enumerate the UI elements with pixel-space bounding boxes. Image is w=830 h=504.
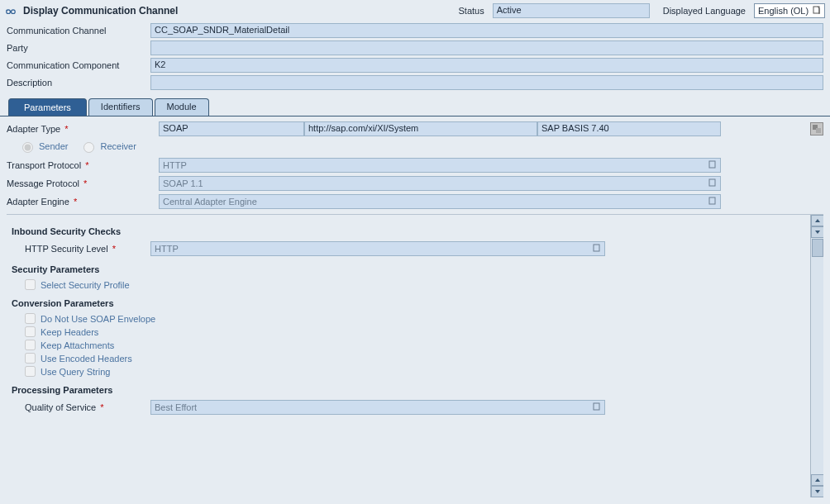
page-title: Display Communication Channel — [23, 5, 178, 17]
http-security-row: HTTP Security Level * HTTP — [12, 241, 802, 256]
direction-radio-group: Sender Receiver — [7, 140, 823, 153]
adapter-type-value: SOAP — [159, 121, 304, 136]
tab-parameters[interactable]: Parameters — [8, 98, 87, 116]
scroll-down-button[interactable] — [811, 486, 823, 497]
security-parameters-heading: Security Parameters — [12, 264, 802, 274]
adapter-engine-label: Adapter Engine — [7, 197, 69, 207]
adapter-engine-dropdown[interactable]: Central Adapter Engine — [159, 194, 721, 209]
chevron-down-icon — [593, 402, 601, 412]
svg-rect-6 — [709, 179, 715, 186]
http-security-label: HTTP Security Level — [25, 244, 108, 254]
glasses-icon — [5, 5, 18, 17]
adapter-namespace: http://sap.com/xi/XI/System — [304, 121, 537, 136]
channel-label: Communication Channel — [7, 23, 145, 38]
http-security-dropdown[interactable]: HTTP — [150, 241, 605, 256]
select-security-profile-checkbox[interactable]: Select Security Profile — [12, 279, 802, 290]
value-help-icon[interactable] — [810, 122, 823, 136]
svg-rect-4 — [816, 128, 821, 133]
message-protocol-dropdown[interactable]: SOAP 1.1 — [159, 176, 721, 191]
svg-rect-8 — [594, 245, 599, 251]
qos-dropdown[interactable]: Best Effort — [150, 400, 605, 415]
tab-module[interactable]: Module — [155, 98, 209, 116]
use-encoded-headers-checkbox[interactable]: Use Encoded Headers — [25, 353, 802, 364]
svg-rect-5 — [709, 161, 715, 168]
receiver-radio[interactable]: Receiver — [79, 140, 136, 153]
adapter-type-row: Adapter Type * SOAP http://sap.com/xi/XI… — [7, 121, 823, 136]
component-value: K2 — [150, 58, 823, 73]
scroll-down-button[interactable] — [811, 226, 823, 238]
party-value — [150, 40, 823, 55]
adapter-engine-row: Adapter Engine * Central Adapter Engine — [7, 194, 823, 209]
chevron-down-icon — [708, 160, 717, 170]
vertical-scrollbar[interactable] — [810, 215, 823, 497]
chevron-down-icon — [708, 197, 717, 207]
language-dropdown[interactable]: English (OL) — [754, 3, 825, 18]
status-label: Status — [459, 6, 484, 16]
title-bar: Display Communication Channel Status Act… — [0, 0, 830, 21]
channel-value: CC_SOAP_SNDR_MaterialDetail — [150, 23, 823, 38]
party-label: Party — [7, 40, 145, 55]
qos-row: Quality of Service * Best Effort — [12, 400, 802, 415]
processing-parameters-heading: Processing Parameters — [12, 385, 802, 395]
message-protocol-label: Message Protocol — [7, 178, 79, 188]
message-protocol-row: Message Protocol * SOAP 1.1 — [7, 176, 823, 191]
no-soap-envelope-checkbox[interactable]: Do Not Use SOAP Envelope — [25, 313, 802, 324]
qos-label: Quality of Service — [25, 402, 96, 412]
status-value: Active — [493, 3, 650, 18]
svg-rect-7 — [709, 197, 715, 204]
keep-headers-checkbox[interactable]: Keep Headers — [25, 326, 802, 337]
inbound-security-heading: Inbound Security Checks — [12, 226, 802, 236]
svg-rect-9 — [594, 403, 599, 410]
keep-attachments-checkbox[interactable]: Keep Attachments — [25, 340, 802, 350]
chevron-down-icon — [708, 178, 717, 188]
conversion-parameters-heading: Conversion Parameters — [12, 298, 802, 308]
description-value — [150, 75, 823, 90]
language-label: Displayed Language — [663, 6, 746, 16]
adapter-type-label: Adapter Type — [7, 124, 60, 134]
transport-protocol-label: Transport Protocol — [7, 160, 81, 170]
transport-protocol-row: Transport Protocol * HTTP — [7, 158, 823, 173]
scroll-up-button[interactable] — [811, 215, 823, 226]
component-label: Communication Component — [7, 58, 145, 73]
header-fields: Communication Channel CC_SOAP_SNDR_Mater… — [0, 21, 830, 98]
required-marker: * — [62, 124, 68, 134]
parameters-scroll-area: Inbound Security Checks HTTP Security Le… — [7, 214, 823, 497]
tab-strip: Parameters Identifiers Module — [8, 98, 830, 116]
parameters-panel: Adapter Type * SOAP http://sap.com/xi/XI… — [0, 116, 830, 497]
transport-protocol-dropdown[interactable]: HTTP — [159, 158, 721, 173]
svg-point-1 — [12, 10, 16, 14]
sender-radio[interactable]: Sender — [18, 140, 68, 153]
language-value: English (OL) — [758, 6, 809, 16]
chevron-down-icon — [593, 244, 601, 254]
scroll-thumb[interactable] — [812, 239, 823, 257]
use-query-string-checkbox[interactable]: Use Query String — [25, 366, 802, 377]
tab-identifiers[interactable]: Identifiers — [88, 98, 153, 116]
adapter-swcv: SAP BASIS 7.40 — [537, 121, 721, 136]
scroll-up-button[interactable] — [811, 474, 823, 486]
page-icon — [813, 6, 821, 16]
description-label: Description — [7, 75, 145, 90]
